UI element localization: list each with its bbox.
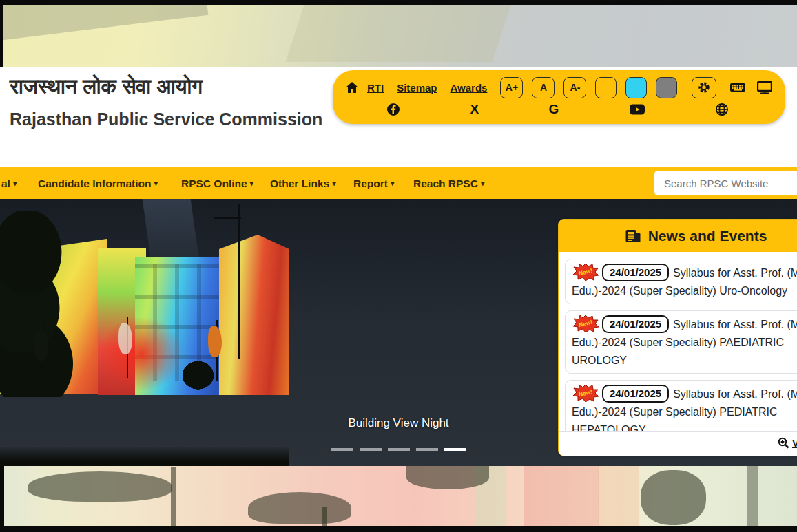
new-starburst-icon: New! xyxy=(572,263,599,281)
flag-silhouette xyxy=(207,320,227,381)
news-footer: V xyxy=(559,431,797,456)
news-date-badge: 24/01/2025 xyxy=(602,315,669,333)
globe-icon[interactable] xyxy=(715,103,729,116)
main-navigation: al▾ Candidate Information▾ RPSC Online▾ … xyxy=(0,167,797,199)
chevron-down-icon: ▾ xyxy=(481,179,485,187)
monitor-icon[interactable] xyxy=(757,81,772,94)
theme-swatch-yellow[interactable] xyxy=(595,77,617,98)
sitemap-link[interactable]: Sitemap xyxy=(397,82,437,94)
news-date-badge: 24/01/2025 xyxy=(602,264,669,281)
font-increase-button[interactable]: A+ xyxy=(500,77,523,98)
news-item[interactable]: New! 24/01/2025Syllabus for Asst. Prof. … xyxy=(565,380,797,431)
chevron-down-icon: ▾ xyxy=(154,179,158,187)
x-icon[interactable]: X xyxy=(470,102,479,117)
nav-item-reach-rpsc[interactable]: Reach RPSC▾ xyxy=(413,167,484,199)
search-input[interactable] xyxy=(654,171,797,195)
news-title: News and Events xyxy=(648,228,767,244)
news-and-events-panel: News and Events New! 24/01/2025Syllabus … xyxy=(558,219,797,456)
google-icon[interactable]: G xyxy=(548,102,559,117)
nav-item-other-links[interactable]: Other Links▾ xyxy=(270,167,336,199)
lamp-post-silhouette xyxy=(238,204,240,359)
news-date-badge: 24/01/2025 xyxy=(602,385,669,403)
top-background-photo xyxy=(0,0,797,67)
news-item[interactable]: New! 24/01/2025Syllabus for Asst. Prof. … xyxy=(565,310,797,374)
nav-item-candidate-information[interactable]: Candidate Information▾ xyxy=(38,167,158,199)
news-item[interactable]: New! 24/01/2025Syllabus for Asst. Prof. … xyxy=(565,259,797,304)
nav-item-general[interactable]: al▾ xyxy=(1,167,17,199)
news-header: News and Events xyxy=(559,220,797,252)
search-plus-icon xyxy=(778,437,789,449)
photo-carousel: Building View Night xyxy=(0,199,289,411)
facebook-icon[interactable] xyxy=(386,103,400,116)
site-title-hindi: राजस्थान लोक सेवा आयोग xyxy=(10,75,203,99)
main-content: Important Links e Exam Calendar ate Grie… xyxy=(0,199,797,466)
nav-item-report[interactable]: Report▾ xyxy=(353,167,394,199)
gear-icon xyxy=(697,81,711,94)
youtube-icon[interactable] xyxy=(629,103,645,116)
rti-link[interactable]: RTI xyxy=(367,82,384,94)
view-more-link[interactable]: V xyxy=(778,437,797,449)
chevron-down-icon: ▾ xyxy=(391,179,395,187)
keyboard-icon[interactable] xyxy=(729,81,746,94)
nav-item-rpsc-online[interactable]: RPSC Online▾ xyxy=(181,167,253,199)
news-list: New! 24/01/2025Syllabus for Asst. Prof. … xyxy=(559,252,797,431)
accessibility-toolbar: RTI Sitemap Awards A+ A A- xyxy=(333,70,785,124)
awards-link[interactable]: Awards xyxy=(451,82,488,94)
theme-swatch-cyan[interactable] xyxy=(625,77,647,98)
new-starburst-icon: New! xyxy=(572,384,599,402)
chevron-down-icon: ▾ xyxy=(332,179,336,187)
theme-swatch-gray[interactable] xyxy=(656,77,677,98)
home-icon[interactable] xyxy=(345,81,359,94)
bottom-background-photo xyxy=(0,466,797,532)
settings-button[interactable] xyxy=(692,77,716,98)
newspaper-icon xyxy=(625,228,641,244)
site-title-english: Rajasthan Public Service Commission xyxy=(10,109,322,129)
chevron-down-icon: ▾ xyxy=(13,179,17,187)
font-normal-button[interactable]: A xyxy=(532,77,555,98)
flag-silhouette xyxy=(117,317,138,378)
new-starburst-icon: New! xyxy=(572,315,599,332)
flag-silhouette xyxy=(33,324,54,385)
site-header: राजस्थान लोक सेवा आयोग Rajasthan Public … xyxy=(0,67,797,167)
font-decrease-button[interactable]: A- xyxy=(563,77,586,98)
chevron-down-icon: ▾ xyxy=(250,179,254,187)
